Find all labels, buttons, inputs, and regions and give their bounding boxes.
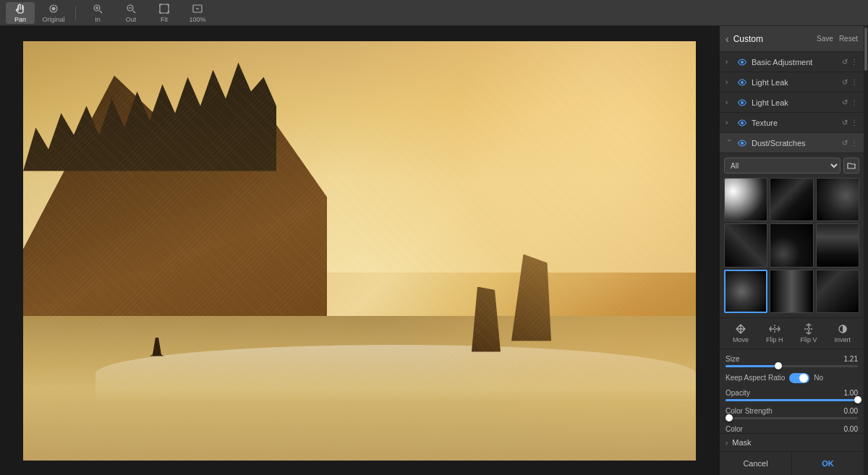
layer-light-leak-1[interactable]: › Light Leak ↺ ⋮: [720, 72, 864, 93]
preset-thumb-6[interactable]: [816, 223, 859, 267]
layer-name: Basic Adjustment: [752, 58, 838, 67]
flip-v-button[interactable]: Flip V: [796, 321, 820, 346]
mask-section: › Mask: [720, 433, 864, 451]
layer-more-icon[interactable]: ⋮: [851, 139, 858, 147]
photo-scratch-overlay: [23, 41, 696, 461]
flip-v-label: Flip V: [800, 336, 817, 343]
save-button[interactable]: Save: [817, 35, 833, 43]
photo-canvas: [23, 41, 696, 461]
layer-basic-adjustment[interactable]: › Basic Adjustment ↺ ⋮: [720, 52, 864, 72]
zoom-level-label: 100%: [189, 16, 205, 23]
svg-point-12: [741, 61, 744, 64]
preset-grid: [724, 178, 859, 313]
keep-aspect-label: Keep Aspect Ratio: [726, 374, 785, 382]
zoom-in-label: In: [95, 16, 101, 23]
preset-thumb-2[interactable]: [770, 178, 813, 221]
mask-section-header[interactable]: › Mask: [726, 438, 858, 447]
svg-point-16: [741, 142, 744, 145]
preset-filter-select[interactable]: All: [724, 158, 841, 174]
opacity-slider[interactable]: [726, 399, 858, 401]
layer-more-icon[interactable]: ⋮: [851, 119, 858, 127]
invert-button[interactable]: Invert: [830, 321, 854, 346]
layer-more-icon[interactable]: ⋮: [851, 58, 858, 66]
layers-list: › Basic Adjustment ↺ ⋮ ›: [720, 52, 864, 153]
layer-name: Light Leak: [752, 98, 838, 107]
flip-h-button[interactable]: Flip H: [762, 321, 787, 346]
layer-reset-icon[interactable]: ↺: [842, 139, 848, 147]
layer-visibility-icon[interactable]: [737, 57, 747, 67]
toggle-knob: [799, 374, 808, 382]
color-strength-control: Color Strength 0.00: [726, 407, 858, 419]
zoom-out-button[interactable]: Out: [116, 2, 145, 24]
preset-thumb-3[interactable]: [816, 178, 859, 221]
right-scrollbar[interactable]: [864, 26, 868, 475]
svg-rect-9: [160, 4, 169, 13]
layer-dust-scratches[interactable]: › Dust/Scratches ↺ ⋮: [720, 133, 864, 153]
layer-actions: ↺ ⋮: [842, 78, 858, 86]
svg-point-14: [741, 101, 744, 104]
layer-more-icon[interactable]: ⋮: [851, 98, 858, 106]
layer-reset-icon[interactable]: ↺: [842, 98, 848, 106]
size-slider-thumb[interactable]: [775, 362, 782, 369]
preset-thumb-4[interactable]: [724, 223, 767, 267]
pan-tool-button[interactable]: Pan: [6, 2, 35, 24]
keep-aspect-toggle[interactable]: [789, 373, 809, 383]
layer-reset-icon[interactable]: ↺: [842, 78, 848, 86]
preset-thumb-1[interactable]: [724, 178, 767, 221]
layer-light-leak-2[interactable]: › Light Leak ↺ ⋮: [720, 93, 864, 113]
preset-thumb-5[interactable]: [770, 223, 813, 267]
layer-chevron: ›: [726, 78, 733, 86]
layer-reset-icon[interactable]: ↺: [842, 58, 848, 66]
ok-button[interactable]: OK: [792, 452, 864, 475]
svg-point-13: [741, 81, 744, 84]
size-label: Size: [726, 355, 739, 363]
preset-thumb-7[interactable]: [724, 270, 767, 313]
color-label: Color: [726, 425, 743, 433]
cancel-button[interactable]: Cancel: [720, 452, 792, 475]
layer-actions: ↺ ⋮: [842, 119, 858, 127]
mask-chevron-icon: ›: [726, 439, 728, 447]
svg-point-1: [52, 7, 55, 10]
preset-folder-button[interactable]: [843, 158, 859, 174]
layer-name: Texture: [752, 119, 838, 127]
pan-tool-label: Pan: [14, 16, 26, 23]
layer-chevron: ›: [726, 58, 733, 66]
zoom-out-label: Out: [126, 16, 137, 23]
preset-thumb-9[interactable]: [816, 270, 859, 313]
invert-label: Invert: [834, 336, 851, 343]
svg-line-3: [100, 11, 102, 13]
opacity-value: 1.00: [844, 389, 858, 397]
fit-button[interactable]: Fit: [150, 2, 179, 24]
scrollbar-thumb: [864, 27, 867, 71]
layer-visibility-icon[interactable]: [737, 118, 747, 128]
original-tool-button[interactable]: Original: [39, 2, 68, 24]
back-button[interactable]: ‹: [726, 33, 729, 45]
fit-label: Fit: [161, 16, 168, 23]
layer-chevron: ›: [726, 140, 733, 147]
preset-thumb-8[interactable]: [770, 270, 813, 313]
reset-button[interactable]: Reset: [839, 35, 858, 43]
original-tool-label: Original: [42, 16, 64, 23]
layer-visibility-icon[interactable]: [737, 77, 747, 87]
opacity-slider-thumb[interactable]: [854, 396, 861, 403]
layer-actions: ↺ ⋮: [842, 98, 858, 106]
layer-more-icon[interactable]: ⋮: [851, 78, 858, 86]
color-strength-slider-thumb[interactable]: [726, 414, 733, 421]
tools-row: Move Flip H: [720, 318, 864, 349]
layer-reset-icon[interactable]: ↺: [842, 119, 848, 127]
size-control: Size 1.21: [726, 355, 858, 367]
top-toolbar: Pan Original In: [0, 0, 868, 26]
preset-section: All: [720, 153, 864, 318]
layer-chevron: ›: [726, 119, 733, 127]
color-strength-slider[interactable]: [726, 417, 858, 419]
move-tool-button[interactable]: Move: [729, 321, 752, 346]
panel-header: ‹ Custom Save Reset: [720, 26, 864, 52]
layer-visibility-icon[interactable]: [737, 138, 747, 148]
layer-texture[interactable]: › Texture ↺ ⋮: [720, 113, 864, 133]
color-strength-label: Color Strength: [726, 407, 772, 415]
zoom-in-button[interactable]: In: [83, 2, 112, 24]
layer-visibility-icon[interactable]: [737, 98, 747, 108]
layer-actions: ↺ ⋮: [842, 139, 858, 147]
size-slider[interactable]: [726, 365, 858, 367]
canvas-area[interactable]: [0, 26, 719, 475]
